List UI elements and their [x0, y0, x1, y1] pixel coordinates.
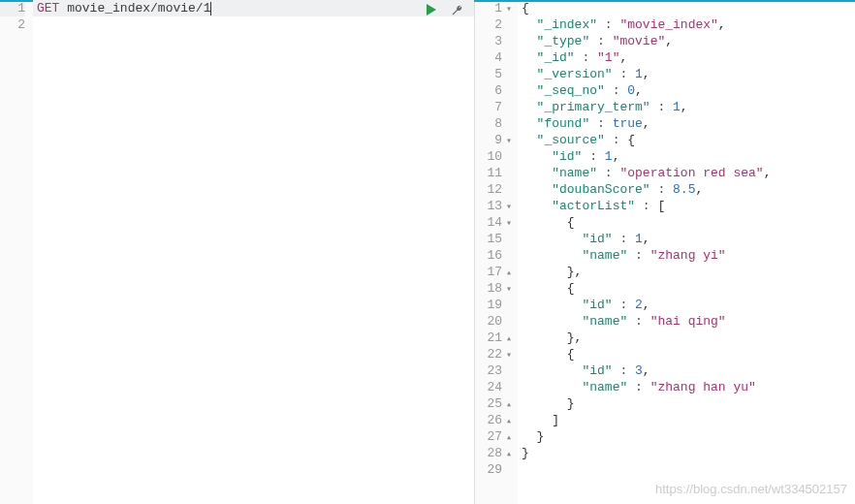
- line-number: 1: [0, 0, 25, 16]
- request-pane: 12 GET movie_index/movie/1 ⋮: [0, 0, 475, 504]
- line-number: 2: [0, 16, 25, 33]
- line-number: 24: [475, 379, 514, 395]
- code-line: "id" : 1,: [518, 231, 855, 247]
- code-line: "_source" : {: [518, 132, 855, 148]
- request-editor[interactable]: GET movie_index/movie/1: [33, 0, 474, 504]
- line-number: 19: [475, 297, 514, 313]
- line-number: 27▴: [475, 428, 514, 445]
- line-number: 20: [475, 313, 514, 330]
- code-line: "_primary_term" : 1,: [518, 99, 855, 115]
- fold-toggle-icon[interactable]: ▾: [504, 199, 514, 215]
- code-line: "name" : "zhang yi": [518, 247, 855, 264]
- line-number: 9▾: [475, 132, 514, 148]
- fold-toggle-icon[interactable]: ▴: [504, 331, 514, 347]
- fold-toggle-icon[interactable]: ▾: [504, 1, 514, 17]
- line-number: 28▴: [475, 445, 514, 461]
- line-number: 12: [475, 181, 514, 198]
- line-number: 6: [475, 82, 514, 99]
- line-number: 11: [475, 165, 514, 181]
- code-line: {: [518, 0, 855, 16]
- line-number: 3: [475, 33, 514, 49]
- code-line: ]: [518, 412, 855, 428]
- code-line: },: [518, 330, 855, 346]
- fold-toggle-icon[interactable]: ▴: [504, 265, 514, 281]
- code-line: }: [518, 445, 855, 461]
- line-number: 17▴: [475, 264, 514, 280]
- code-line: {: [518, 214, 855, 231]
- line-number: 25▴: [475, 395, 514, 412]
- code-line: "name" : "hai qing": [518, 313, 855, 330]
- code-line: "id" : 3,: [518, 362, 855, 379]
- code-line: GET movie_index/movie/1: [33, 0, 474, 16]
- line-number: 23: [475, 362, 514, 379]
- response-pane: 1▾2 3 4 5 6 7 8 9▾10 11 12 13▾14▾15 16 1…: [475, 0, 855, 504]
- fold-toggle-icon[interactable]: ▾: [504, 215, 514, 232]
- code-line: "_version" : 1,: [518, 66, 855, 82]
- line-number: 4: [475, 49, 514, 66]
- wrench-icon[interactable]: [449, 2, 464, 17]
- line-number: 5: [475, 66, 514, 82]
- code-line: [33, 16, 474, 33]
- fold-toggle-icon[interactable]: ▴: [504, 446, 514, 462]
- code-line: "doubanScore" : 8.5,: [518, 181, 855, 198]
- line-number: 26▴: [475, 412, 514, 428]
- line-number: 2: [475, 16, 514, 33]
- request-gutter: 12: [0, 0, 33, 504]
- code-line: "_seq_no" : 0,: [518, 82, 855, 99]
- play-icon[interactable]: [424, 2, 439, 17]
- line-number: 14▾: [475, 214, 514, 231]
- code-line: "found" : true,: [518, 115, 855, 132]
- fold-toggle-icon[interactable]: ▾: [504, 347, 514, 363]
- response-viewer[interactable]: { "_index" : "movie_index", "_type" : "m…: [518, 0, 855, 504]
- line-number: 1▾: [475, 0, 514, 16]
- code-line: },: [518, 264, 855, 280]
- line-number: 21▴: [475, 330, 514, 346]
- code-line: }: [518, 428, 855, 445]
- line-number: 8: [475, 115, 514, 132]
- code-line: "name" : "zhang han yu": [518, 379, 855, 395]
- code-line: }: [518, 395, 855, 412]
- svg-marker-0: [427, 4, 436, 16]
- line-number: 29: [475, 461, 514, 478]
- request-actions: [424, 2, 464, 17]
- watermark: https://blog.csdn.net/wt334502157: [655, 482, 847, 496]
- code-line: "_id" : "1",: [518, 49, 855, 66]
- line-number: 10: [475, 148, 514, 165]
- code-line: {: [518, 346, 855, 362]
- code-line: "id" : 1,: [518, 148, 855, 165]
- line-number: 16: [475, 247, 514, 264]
- line-number: 7: [475, 99, 514, 115]
- code-line: "_index" : "movie_index",: [518, 16, 855, 33]
- fold-toggle-icon[interactable]: ▴: [504, 396, 514, 413]
- line-number: 18▾: [475, 280, 514, 297]
- fold-toggle-icon[interactable]: ▴: [504, 429, 514, 446]
- response-gutter: 1▾2 3 4 5 6 7 8 9▾10 11 12 13▾14▾15 16 1…: [475, 0, 518, 504]
- code-line: "id" : 2,: [518, 297, 855, 313]
- code-line: "_type" : "movie",: [518, 33, 855, 49]
- fold-toggle-icon[interactable]: ▴: [504, 413, 514, 429]
- line-number: 15: [475, 231, 514, 247]
- code-line: "actorList" : [: [518, 198, 855, 214]
- fold-toggle-icon[interactable]: ▾: [504, 133, 514, 149]
- code-line: "name" : "operation red sea",: [518, 165, 855, 181]
- line-number: 22▾: [475, 346, 514, 362]
- code-line: [518, 461, 855, 478]
- line-number: 13▾: [475, 198, 514, 214]
- code-line: {: [518, 280, 855, 297]
- fold-toggle-icon[interactable]: ▾: [504, 281, 514, 298]
